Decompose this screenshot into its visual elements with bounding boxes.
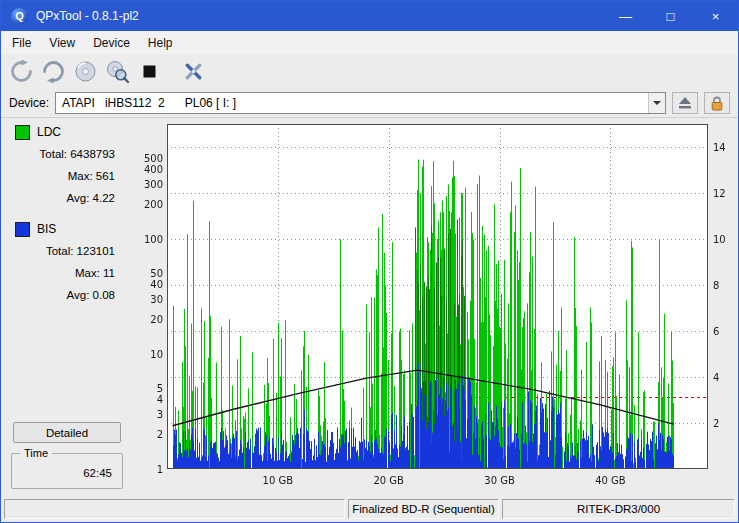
stats-sidebar: LDC Total: 6438793 Max: 561 Avg: 4.22 BI… <box>1 118 131 497</box>
device-combobox[interactable]: ATAPI iHBS112 2 PL06 [ I: ] <box>55 92 666 114</box>
sidebar-gap <box>9 209 125 217</box>
preferences-button[interactable] <box>179 58 207 86</box>
close-button[interactable]: × <box>693 1 738 31</box>
lock-icon <box>710 96 724 111</box>
media-info-button[interactable] <box>71 58 99 86</box>
scan-disc-button[interactable] <box>103 58 131 86</box>
main-area: LDC Total: 6438793 Max: 561 Avg: 4.22 BI… <box>1 117 738 497</box>
ldc-color-swatch[interactable] <box>15 125 30 140</box>
ldc-label: LDC <box>37 125 61 139</box>
ldc-avg: Avg: 4.22 <box>9 187 125 209</box>
scan-chart <box>131 118 738 497</box>
ldc-max: Max: 561 <box>9 165 125 187</box>
lock-button[interactable] <box>704 92 730 114</box>
app-icon: Q <box>11 8 28 25</box>
media-info-icon <box>73 59 98 84</box>
bis-max: Max: 11 <box>9 262 125 284</box>
bis-legend-row: BIS <box>15 220 125 238</box>
bis-avg: Avg: 0.08 <box>9 284 125 306</box>
device-label: Device: <box>9 96 49 110</box>
eject-icon <box>678 97 692 109</box>
ldc-total: Total: 6438793 <box>9 143 125 165</box>
refresh-drives-icon <box>9 59 34 84</box>
title-bar[interactable]: Q QPxTool - 0.8.1-pl2 — □ × <box>1 1 738 31</box>
device-combobox-value: ATAPI iHBS112 2 PL06 [ I: ] <box>56 96 648 110</box>
refresh-drives-button[interactable] <box>7 58 35 86</box>
device-bar: Device: ATAPI iHBS112 2 PL06 [ I: ] <box>1 89 738 117</box>
detailed-button[interactable]: Detailed <box>13 422 121 443</box>
chevron-down-icon[interactable] <box>648 93 665 113</box>
menu-bar: File View Device Help <box>1 31 738 54</box>
menu-item-help[interactable]: Help <box>139 33 182 53</box>
menu-item-file[interactable]: File <box>3 33 40 53</box>
ldc-legend-row: LDC <box>15 123 125 141</box>
app-icon-letter: Q <box>15 10 24 22</box>
status-field-media-id: RITEK-DR3/000 <box>502 499 735 519</box>
minimize-button[interactable]: — <box>603 1 648 31</box>
time-groupbox: Time 62:45 <box>11 453 123 489</box>
refresh-media-icon <box>41 59 66 84</box>
time-label: Time <box>20 447 52 459</box>
menu-item-device[interactable]: Device <box>84 33 139 53</box>
menu-item-view[interactable]: View <box>40 33 84 53</box>
app-window: Q QPxTool - 0.8.1-pl2 — □ × File View De… <box>0 0 739 523</box>
chart-area <box>131 118 738 497</box>
bis-label: BIS <box>37 222 56 236</box>
sidebar-spacer <box>9 306 125 422</box>
status-field-disc-type: Finalized BD-R (Sequential) <box>348 499 499 519</box>
bis-color-swatch[interactable] <box>15 222 30 237</box>
eject-button[interactable] <box>672 92 698 114</box>
bis-total: Total: 123101 <box>9 240 125 262</box>
preferences-icon <box>181 59 206 84</box>
stop-button[interactable] <box>135 58 163 86</box>
status-field-progress <box>4 499 345 519</box>
tool-bar <box>1 54 738 89</box>
scan-disc-icon <box>105 59 130 84</box>
window-title: QPxTool - 0.8.1-pl2 <box>36 9 139 23</box>
status-bar: Finalized BD-R (Sequential) RITEK-DR3/00… <box>1 497 738 522</box>
maximize-button[interactable]: □ <box>648 1 693 31</box>
stop-icon <box>137 59 162 84</box>
time-value: 62:45 <box>12 467 122 479</box>
refresh-media-button[interactable] <box>39 58 67 86</box>
